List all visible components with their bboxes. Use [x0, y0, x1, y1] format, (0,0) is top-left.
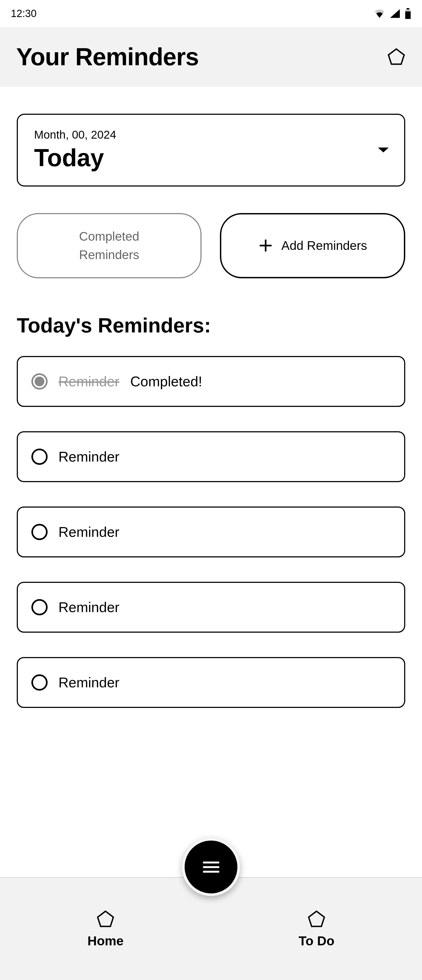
reminder-radio[interactable] — [32, 524, 48, 540]
fab-menu-button[interactable] — [182, 838, 240, 896]
chevron-down-icon — [378, 147, 389, 153]
battery-icon — [405, 8, 411, 19]
reminder-item[interactable]: Reminder Completed! — [17, 356, 405, 407]
status-bar: 12:30 — [0, 0, 422, 27]
wifi-icon — [374, 9, 385, 18]
reminder-label: Reminder — [59, 373, 119, 390]
date-selector-label: Today — [34, 144, 116, 172]
pentagon-icon — [307, 910, 326, 929]
section-title: Today's Reminders: — [17, 313, 405, 337]
date-selector-date: Month, 00, 2024 — [34, 128, 116, 141]
reminder-label: Reminder — [59, 675, 119, 690]
menu-icon — [201, 860, 221, 874]
completed-reminders-button[interactable]: Completed Reminders — [17, 213, 201, 278]
nav-home[interactable]: Home — [0, 878, 211, 980]
nav-todo-label: To Do — [299, 934, 334, 948]
add-reminders-label: Add Reminders — [281, 238, 367, 253]
completed-line1: Completed — [79, 228, 139, 245]
plus-icon — [258, 238, 273, 253]
reminder-label: Reminder — [59, 524, 119, 540]
date-selector[interactable]: Month, 00, 2024 Today — [17, 114, 405, 186]
reminder-item[interactable]: Reminder — [17, 657, 405, 708]
completed-line2: Reminders — [79, 246, 139, 263]
svg-rect-0 — [406, 8, 409, 10]
reminder-item[interactable]: Reminder — [17, 431, 405, 482]
svg-rect-2 — [405, 11, 411, 19]
reminder-item[interactable]: Reminder — [17, 506, 405, 557]
completed-badge: Completed! — [130, 373, 202, 390]
reminder-radio[interactable] — [32, 675, 48, 690]
status-icons — [374, 8, 411, 19]
nav-todo[interactable]: To Do — [211, 878, 422, 980]
page-title: Your Reminders — [16, 43, 199, 71]
add-reminders-button[interactable]: Add Reminders — [220, 213, 405, 278]
reminder-label: Reminder — [59, 449, 119, 465]
reminder-radio[interactable] — [32, 599, 48, 615]
reminder-radio[interactable] — [32, 449, 48, 465]
app-header: Your Reminders — [0, 27, 422, 87]
reminder-radio-checked[interactable] — [32, 373, 48, 390]
signal-icon — [390, 9, 400, 18]
status-time: 12:30 — [11, 8, 36, 19]
nav-home-label: Home — [87, 934, 123, 948]
pentagon-icon — [96, 910, 115, 929]
reminder-item[interactable]: Reminder — [17, 582, 405, 633]
reminder-label: Reminder — [59, 599, 119, 615]
pentagon-icon[interactable] — [387, 48, 406, 66]
